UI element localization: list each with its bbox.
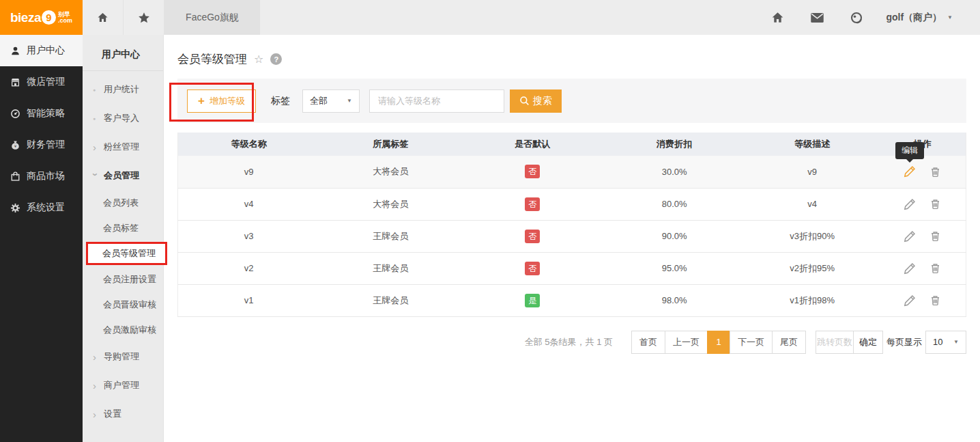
prev-page-button[interactable]: 上一页: [665, 331, 708, 354]
next-page-button[interactable]: 下一页: [730, 331, 773, 354]
home-icon: [97, 12, 109, 23]
submenu-item-member-register[interactable]: 会员注册设置: [83, 266, 163, 292]
home-nav-button[interactable]: [83, 0, 124, 35]
toolbar: + 增加等级 标签 全部 ▼ 搜索: [177, 79, 966, 123]
level-name-search-input[interactable]: [369, 89, 504, 113]
gear-icon: [10, 203, 20, 213]
sidebar-item-label: 智能策略: [27, 107, 65, 120]
delete-icon[interactable]: [929, 262, 941, 274]
user-account-label: golf（商户）: [886, 12, 942, 24]
sidebar-item-label: 商品市场: [27, 170, 65, 182]
tag-filter-label: 标签: [271, 95, 290, 107]
brand-logo-badge: 9: [42, 10, 56, 25]
magnifier-icon: [519, 96, 530, 106]
edit-tooltip: 编辑: [895, 142, 924, 159]
primary-sidebar: 用户中心 微店管理 智能策略 ¥ 财务管理 商品市场 系统设置: [0, 35, 83, 442]
tag-filter-select[interactable]: 全部 ▼: [302, 89, 360, 113]
submenu-item-guide-mgmt[interactable]: › 导购管理: [83, 342, 163, 371]
tab-facego-label: FaceGo旗舰: [186, 12, 239, 24]
edit-icon[interactable]: [904, 198, 916, 210]
delete-icon[interactable]: [929, 230, 941, 242]
table-row: v1 王牌会员 是 98.0% v1折扣98%: [178, 284, 966, 316]
jump-confirm-button[interactable]: 确定: [853, 331, 883, 354]
help-icon[interactable]: ?: [270, 53, 282, 65]
messages-button[interactable]: [797, 0, 837, 35]
submenu-item-member-grade-mgmt[interactable]: 会员等级管理: [86, 242, 167, 265]
status-badge: 否: [525, 230, 540, 243]
smart-circle-icon: [10, 109, 20, 119]
brand-logo[interactable]: bieza 9 别早.com: [0, 0, 83, 35]
favorites-nav-button[interactable]: [124, 0, 164, 35]
per-page-select[interactable]: 10 ▼: [925, 331, 966, 354]
edit-icon[interactable]: [904, 230, 916, 243]
first-page-button[interactable]: 首页: [631, 331, 665, 354]
status-badge: 否: [525, 197, 540, 211]
topbar: bieza 9 别早.com FaceGo旗舰 golf（商户） ▼: [0, 0, 980, 35]
delete-icon[interactable]: [929, 294, 941, 306]
last-page-button[interactable]: 尾页: [772, 331, 806, 354]
member-grade-table: 等级名称 所属标签 是否默认 消费折扣 等级描述 操作 v9 大将会员 否 30…: [177, 133, 966, 317]
add-level-button[interactable]: + 增加等级: [187, 89, 256, 113]
submenu-item-settings[interactable]: › 设置: [83, 400, 163, 428]
table-row: v3 王牌会员 否 90.0% v3折扣90%: [178, 220, 966, 252]
bullet-icon: ●: [93, 87, 99, 92]
chevron-right-icon: ›: [93, 142, 99, 152]
table-row: v2 王牌会员 否 95.0% v2折扣95%: [178, 252, 966, 284]
sidebar-item-settings[interactable]: 系统设置: [0, 192, 83, 223]
submenu-item-merchant-mgmt[interactable]: › 商户管理: [83, 371, 163, 400]
submenu-item-member-tags[interactable]: 会员标签: [83, 215, 163, 240]
sidebar-item-label: 财务管理: [27, 139, 65, 151]
submenu-item-customer-import[interactable]: ● 客户导入: [83, 104, 163, 133]
status-badge: 否: [525, 165, 540, 178]
person-icon: [10, 46, 20, 56]
search-button[interactable]: 搜索: [510, 89, 562, 113]
headset-icon: [850, 11, 863, 25]
sidebar-item-strategy[interactable]: 智能策略: [0, 98, 83, 129]
chevron-down-icon: ▼: [953, 339, 959, 345]
result-summary: 全部 5条结果，共 1 页: [525, 336, 613, 348]
chevron-down-icon: ▼: [947, 14, 953, 20]
col-tag: 所属标签: [319, 133, 461, 156]
chevron-down-icon: ›: [91, 173, 101, 179]
sidebar-item-weidian[interactable]: 微店管理: [0, 66, 83, 98]
home-icon: [771, 11, 784, 24]
brand-logo-text: bieza: [10, 10, 41, 25]
col-discount: 消费折扣: [603, 133, 745, 156]
current-page-button[interactable]: 1: [707, 331, 730, 354]
edit-icon[interactable]: [904, 262, 916, 275]
brand-logo-tld: .com: [58, 18, 72, 24]
sidebar-item-user-center[interactable]: 用户中心: [0, 35, 83, 66]
delete-icon[interactable]: [929, 166, 941, 178]
sidebar-item-finance[interactable]: ¥ 财务管理: [0, 129, 83, 161]
shopping-bag-icon: [10, 171, 20, 182]
user-account-menu[interactable]: golf（商户） ▼: [876, 0, 980, 35]
submenu-item-member-incentive-audit[interactable]: 会员激励审核: [83, 317, 163, 342]
submenu-item-fans[interactable]: › 粉丝管理: [83, 133, 163, 161]
tab-facego[interactable]: FaceGo旗舰: [164, 0, 260, 35]
status-badge: 是: [525, 294, 540, 307]
secondary-sidebar: 用户中心 ● 用户统计 ● 客户导入 › 粉丝管理 › 会员管理 会员列表 会员…: [83, 35, 164, 442]
table-header-row: 等级名称 所属标签 是否默认 消费折扣 等级描述 操作: [178, 133, 966, 156]
col-level-name: 等级名称: [178, 133, 320, 156]
home-shortcut-button[interactable]: [758, 0, 797, 35]
table-row: v9 大将会员 否 30.0% v9 编辑: [178, 156, 966, 188]
plus-icon: +: [198, 95, 205, 107]
col-is-default: 是否默认: [461, 133, 603, 156]
submenu-item-user-stats[interactable]: ● 用户统计: [83, 75, 163, 104]
jump-page-input[interactable]: [816, 331, 854, 354]
support-button[interactable]: [837, 0, 876, 35]
mail-icon: [810, 12, 824, 24]
delete-icon[interactable]: [929, 198, 941, 210]
favorite-star-icon[interactable]: ☆: [254, 53, 263, 66]
per-page-label: 每页显示: [887, 336, 922, 348]
edit-icon[interactable]: 编辑: [904, 165, 916, 178]
storefront-icon: [10, 77, 20, 87]
submenu-item-member-upgrade-audit[interactable]: 会员晋级审核: [83, 292, 163, 317]
star-icon: [138, 12, 150, 24]
status-badge: 否: [525, 262, 540, 275]
submenu-header: 用户中心: [83, 35, 163, 71]
sidebar-item-market[interactable]: 商品市场: [0, 161, 83, 192]
edit-icon[interactable]: [904, 294, 916, 307]
submenu-item-member-list[interactable]: 会员列表: [83, 190, 163, 215]
submenu-item-member-mgmt[interactable]: › 会员管理: [83, 161, 163, 190]
